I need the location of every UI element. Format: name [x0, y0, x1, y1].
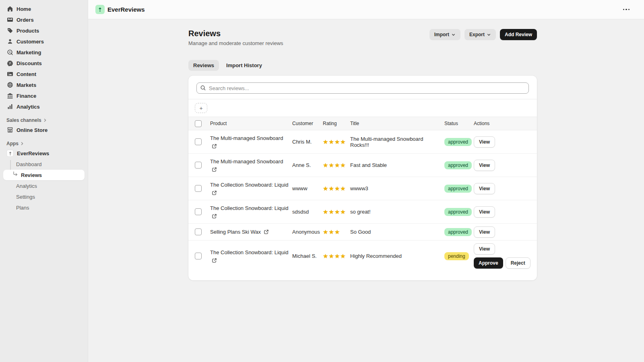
sidebar-subitem-dashboard[interactable]: Dashboard: [3, 159, 85, 169]
tab-reviews[interactable]: Reviews: [188, 60, 219, 71]
view-button[interactable]: View: [474, 136, 495, 148]
status-badge: approved: [444, 161, 472, 169]
sidebar-item-customers[interactable]: Customers: [3, 36, 85, 47]
view-button[interactable]: View: [474, 243, 495, 255]
app-title: EverReviews: [107, 6, 145, 13]
rating-stars: ★★★★: [323, 253, 346, 259]
discount-icon: [6, 60, 13, 67]
sidebar-item-home[interactable]: Home: [3, 4, 85, 14]
more-options-icon[interactable]: [621, 6, 632, 13]
product-link[interactable]: The Multi-managed Snowboard: [210, 135, 283, 141]
external-link-icon[interactable]: [212, 144, 289, 149]
sales-channels-label: Sales channels: [6, 117, 41, 123]
review-title: Fast and Stable: [350, 162, 444, 168]
view-button[interactable]: View: [474, 206, 495, 218]
customer-name: sdsdsd: [292, 209, 323, 215]
view-button[interactable]: View: [474, 160, 495, 171]
add-review-button[interactable]: Add Review: [500, 29, 537, 40]
review-title: The Multi-managed Snowboard Rocks!!!: [350, 136, 444, 148]
sidebar-subitem-plans[interactable]: Plans: [3, 202, 85, 213]
customer-name: Anonymous: [292, 229, 323, 235]
sidebar-item-discounts[interactable]: Discounts: [3, 58, 85, 68]
elbow-arrow-icon: [12, 171, 19, 177]
table-row: The Multi-managed Snowboard Chris M. ★★★…: [188, 130, 537, 154]
chevron-right-icon: [43, 118, 47, 122]
external-link-icon[interactable]: [212, 258, 289, 263]
row-checkbox[interactable]: [195, 228, 202, 235]
table-row: Selling Plans Ski Wax Anonymous ★★★ So G…: [188, 224, 537, 241]
customer-name: wwww: [292, 185, 323, 191]
column-header-title: Title: [350, 121, 444, 126]
bank-icon: [6, 93, 13, 99]
import-button[interactable]: Import: [429, 29, 460, 40]
apps-header[interactable]: Apps: [3, 141, 85, 146]
customer-name: Anne S.: [292, 162, 323, 168]
status-badge: approved: [444, 228, 472, 236]
external-link-icon[interactable]: [264, 229, 269, 234]
everreviews-app-icon: [6, 150, 14, 157]
product-link[interactable]: Selling Plans Ski Wax: [210, 229, 261, 235]
sidebar-item-label: Online Store: [17, 127, 47, 133]
row-checkbox[interactable]: [195, 185, 202, 192]
column-header-status: Status: [444, 121, 474, 126]
tab-import-history[interactable]: Import History: [221, 60, 267, 71]
sidebar-subitem-analytics[interactable]: Analytics: [3, 181, 85, 191]
tag-icon: [6, 27, 13, 34]
sidebar-item-markets[interactable]: Markets: [3, 80, 85, 90]
sidebar-item-orders[interactable]: Orders: [3, 14, 85, 25]
rating-stars: ★★★★: [323, 208, 346, 215]
external-link-icon[interactable]: [212, 190, 289, 195]
sidebar-item-label: Analytics: [16, 183, 37, 189]
approve-button[interactable]: Approve: [474, 257, 503, 269]
status-badge: approved: [444, 138, 472, 146]
reviews-card: + Product Customer Rating Title Status A…: [188, 76, 537, 280]
sidebar-subitem-settings[interactable]: Settings: [3, 191, 85, 202]
search-input[interactable]: [196, 82, 529, 94]
person-icon: [6, 38, 13, 45]
home-icon: [6, 6, 13, 12]
sidebar-item-label: Orders: [17, 17, 34, 23]
rating-stars: ★★★★: [323, 162, 346, 169]
sidebar-item-content[interactable]: Content: [3, 69, 85, 79]
orders-icon: [6, 16, 13, 23]
sidebar-item-label: Reviews: [21, 172, 42, 178]
sales-channels-header[interactable]: Sales channels: [3, 117, 85, 123]
column-header-customer: Customer: [292, 121, 323, 126]
export-button[interactable]: Export: [464, 29, 496, 40]
sidebar-item-analytics[interactable]: Analytics: [3, 101, 85, 112]
rating-stars: ★★★★: [323, 185, 346, 192]
sidebar-item-marketing[interactable]: Marketing: [3, 47, 85, 58]
row-checkbox[interactable]: [195, 208, 202, 215]
select-all-checkbox[interactable]: [195, 120, 202, 127]
review-title: Highly Recommended: [350, 253, 444, 259]
row-checkbox[interactable]: [195, 253, 202, 259]
product-link[interactable]: The Multi-managed Snowboard: [210, 158, 283, 165]
external-link-icon[interactable]: [212, 214, 289, 219]
column-header-product: Product: [210, 121, 292, 126]
search-icon: [200, 85, 206, 93]
row-checkbox[interactable]: [195, 138, 202, 145]
view-button[interactable]: View: [474, 226, 495, 238]
column-header-actions: Actions: [474, 121, 537, 126]
table-row: The Collection Snowboard: Liquid Michael…: [188, 241, 537, 272]
sidebar-item-label: Home: [17, 6, 31, 12]
chevron-right-icon: [20, 142, 24, 146]
storefront-icon: [6, 127, 13, 134]
sidebar-item-finance[interactable]: Finance: [3, 90, 85, 101]
sidebar-item-everreviews-app[interactable]: EverReviews: [3, 148, 85, 158]
sidebar-item-products[interactable]: Products: [3, 25, 85, 36]
page-subtitle: Manage and moderate customer reviews: [188, 40, 537, 46]
row-checkbox[interactable]: [195, 162, 202, 169]
sidebar-item-label: EverReviews: [17, 150, 49, 156]
product-link[interactable]: The Collection Snowboard: Liquid: [210, 205, 288, 211]
product-link[interactable]: The Collection Snowboard: Liquid: [210, 182, 288, 188]
reject-button[interactable]: Reject: [506, 257, 530, 269]
view-button[interactable]: View: [474, 183, 495, 194]
sidebar-subitem-reviews[interactable]: Reviews: [3, 170, 85, 180]
product-link[interactable]: The Collection Snowboard: Liquid: [210, 249, 288, 255]
sidebar-item-online-store[interactable]: Online Store: [3, 125, 85, 135]
table-row: The Collection Snowboard: Liquid sdsdsd …: [188, 200, 537, 224]
customer-name: Chris M.: [292, 139, 323, 145]
external-link-icon[interactable]: [212, 167, 289, 172]
add-filter-button[interactable]: +: [195, 103, 207, 113]
